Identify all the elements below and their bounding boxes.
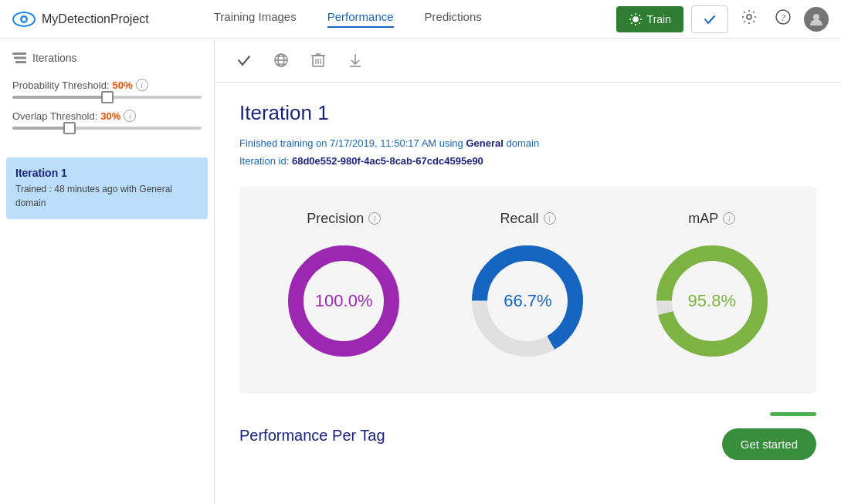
main-nav: Training Images Performance Predictions [214,10,482,28]
settings-button[interactable] [736,4,762,34]
iteration-id-value: 68d0e552-980f-4ac5-8cab-67cdc4595e90 [292,155,483,167]
map-donut: 95.8% [650,239,774,363]
svg-point-2 [22,17,26,21]
map-value: 95.8% [688,291,736,311]
checkmark-toolbar-icon [236,52,252,68]
precision-card: Precision i 100.0% [282,211,405,363]
header-actions: Train ? [616,4,829,34]
checkmark-icon [703,12,717,26]
recall-card: Recall i 66.7% [466,211,589,363]
probability-slider[interactable] [12,96,202,99]
settings-icon [741,8,758,25]
training-info-text: Finished training on 7/17/2019, 11:50:17… [239,137,463,149]
recall-label: Recall i [500,211,555,227]
precision-donut: 100.0% [282,239,405,363]
user-icon [809,12,824,27]
precision-info-icon[interactable]: i [368,212,381,225]
precision-value: 100.0% [315,291,373,311]
eye-icon [12,8,36,31]
project-name: MyDetectionProject [42,12,149,26]
metrics-container: Precision i 100.0% Recall [239,186,816,394]
iteration-list-item[interactable]: Iteration 1 Trained : 48 minutes ago wit… [6,157,208,219]
svg-point-5 [747,15,751,19]
probability-threshold-row: Probability Threshold: 50% i [12,79,202,99]
training-domain: General [466,137,503,149]
iteration-title: Iteration 1 [239,101,816,125]
iteration-item-desc: Trained : 48 minutes ago with General do… [15,182,198,210]
overlap-threshold-label: Overlap Threshold: 30% i [12,110,202,122]
gear-train-icon [629,12,643,26]
perf-per-tag-section: Performance Per Tag Get started [239,412,816,460]
precision-label: Precision i [307,211,381,227]
svg-rect-9 [12,52,26,55]
probability-info-icon[interactable]: i [136,79,148,91]
nav-training-images[interactable]: Training Images [214,10,297,28]
threshold-section: Probability Threshold: 50% i Overlap Thr… [0,73,214,151]
recall-value: 66.7% [504,291,551,311]
train-button[interactable]: Train [616,6,683,32]
svg-rect-11 [15,61,26,63]
check-toolbar-icon[interactable] [233,49,255,71]
help-icon: ? [775,8,792,25]
probability-threshold-label: Probability Threshold: 50% i [12,79,202,91]
map-info-icon[interactable]: i [723,212,735,225]
delete-icon [311,52,325,68]
map-card: mAP i 95.8% [650,211,774,363]
iteration-id-label: Iteration id: [239,155,292,167]
content-toolbar [215,39,841,83]
overlap-threshold-row: Overlap Threshold: 30% i [12,110,202,130]
main-layout: Iterations Probability Threshold: 50% i … [0,39,841,504]
download-icon [348,52,362,68]
sidebar: Iterations Probability Threshold: 50% i … [0,39,215,504]
nav-predictions[interactable]: Predictions [425,10,482,28]
overlap-info-icon[interactable]: i [124,110,136,122]
avatar[interactable] [804,7,829,32]
app-logo: MyDetectionProject [12,8,149,31]
recall-donut: 66.7% [466,239,589,363]
train-button-label: Train [647,13,671,25]
header: MyDetectionProject Training Images Perfo… [0,0,841,39]
svg-text:?: ? [781,12,785,23]
nav-performance[interactable]: Performance [327,10,394,28]
svg-rect-10 [14,57,26,59]
publish-button[interactable] [691,5,728,33]
globe-toolbar-icon[interactable] [270,49,292,71]
iterations-icon [12,51,26,65]
get-started-button[interactable]: Get started [722,428,816,460]
iteration-info: Finished training on 7/17/2019, 11:50:17… [239,134,816,171]
perf-per-tag-title: Performance Per Tag [239,427,385,445]
iteration-item-name: Iteration 1 [15,167,198,179]
content-area: Iteration 1 Finished training on 7/17/20… [215,39,841,504]
download-toolbar-icon[interactable] [344,49,366,71]
delete-toolbar-icon[interactable] [307,49,329,71]
sidebar-title-label: Iterations [32,52,77,64]
content-body: Iteration 1 Finished training on 7/17/20… [215,83,841,479]
globe-icon [273,52,289,68]
training-suffix: domain [507,137,540,149]
sidebar-title: Iterations [0,39,214,73]
svg-point-8 [813,14,819,20]
scrollbar-indicator [770,412,816,416]
overlap-slider[interactable] [12,127,202,130]
help-button[interactable]: ? [770,4,796,34]
recall-info-icon[interactable]: i [544,212,556,225]
map-label: mAP i [688,211,735,227]
